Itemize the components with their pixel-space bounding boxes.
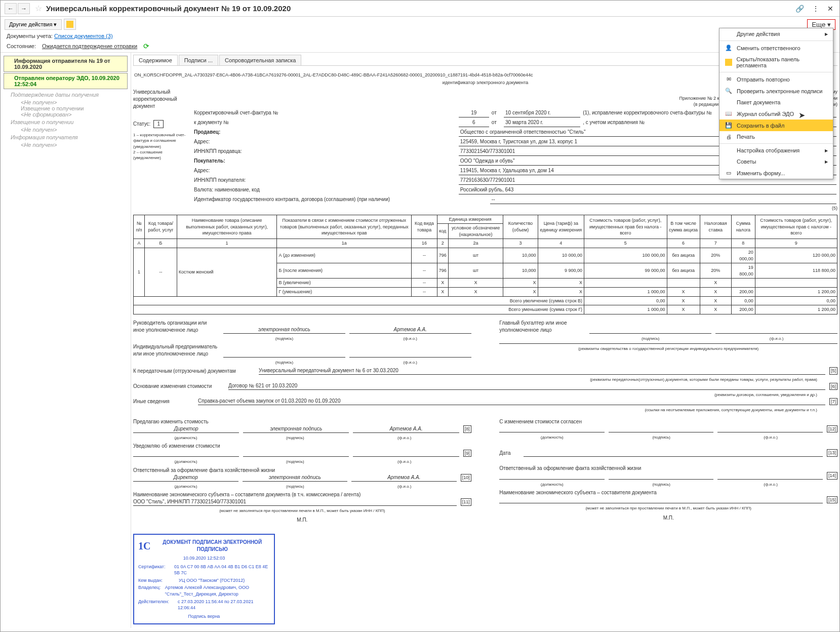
- tab-content[interactable]: Содержимое: [133, 55, 178, 65]
- sidebar-not-formed: <Не сформирован>: [1, 111, 131, 117]
- tab-signatures[interactable]: Подписи ...: [179, 55, 218, 65]
- 1c-logo-icon: 1С: [138, 539, 150, 553]
- sidebar-info-recipient[interactable]: Информация получателя: [1, 133, 131, 142]
- link-icon[interactable]: 🔗: [793, 4, 806, 14]
- data-table: № п/пКод товара/ работ, услуг Наименован…: [133, 215, 837, 314]
- menu-display-settings[interactable]: Настройка отображения▶: [719, 145, 833, 156]
- doc-list-link[interactable]: Список документов (3): [54, 33, 113, 39]
- regulation-icon: [66, 21, 73, 28]
- verify-icon: 🔍: [725, 88, 733, 94]
- doc-type: Универсальный корректировочный документ: [133, 89, 186, 110]
- save-icon: 💾: [725, 122, 733, 129]
- status-value: 1: [153, 120, 164, 128]
- page-title: Универсальный корректировочный документ …: [46, 4, 793, 13]
- more-options-icon[interactable]: ⋮: [810, 4, 821, 14]
- menu-verify-signatures[interactable]: 🔍Проверить электронные подписи: [719, 85, 833, 97]
- forward-button[interactable]: →: [18, 3, 30, 14]
- menu-toggle-panel[interactable]: Скрыть/показать панель регламента: [719, 54, 833, 71]
- back-button[interactable]: ←: [5, 3, 17, 14]
- close-icon[interactable]: ✕: [825, 4, 835, 14]
- menu-tips[interactable]: Советы▶: [719, 156, 833, 167]
- sidebar-not-received-1: <Не получен>: [1, 99, 131, 105]
- accounting-docs-row: Документы учета: Список документов (3): [1, 32, 839, 40]
- sidebar-sender-info[interactable]: Информация отправителя № 19 от 10.09.202…: [4, 56, 128, 72]
- toolbar: Другие действия ▾ Еще ▾: [1, 17, 839, 32]
- sidebar-confirm-date[interactable]: Подтверждение даты получения: [1, 90, 131, 99]
- state-text: Ожидается подтверждение отправки: [42, 43, 137, 49]
- menu-print[interactable]: 🖨Печать: [719, 131, 833, 142]
- sidebar-sent-operator[interactable]: Отправлен оператору ЭДО, 10.09.2020 12:5…: [4, 73, 128, 89]
- more-dropdown: Другие действия▶ 👤Сменить ответственного…: [719, 28, 833, 179]
- regulation-icon-button[interactable]: [64, 19, 76, 30]
- form-icon: ▭: [725, 170, 733, 176]
- signature-stamp: 1С ДОКУМЕНТ ПОДПИСАН ЭЛЕКТРОННОЙ ПОДПИСЬ…: [133, 534, 275, 624]
- sidebar-not-received-3: <Не получен>: [1, 142, 131, 148]
- favorite-icon[interactable]: ☆: [35, 4, 42, 13]
- menu-resend[interactable]: ✉Отправить повторно: [719, 73, 833, 85]
- sidebar-notice-receipt-1[interactable]: Извещение о получении: [1, 105, 131, 111]
- print-icon: 🖨: [725, 134, 733, 140]
- sidebar-not-received-2: <Не получен>: [1, 127, 131, 133]
- state-row: Состояние: Ожидается подтверждение отпра…: [1, 40, 839, 53]
- menu-change-responsible[interactable]: 👤Сменить ответственного: [719, 42, 833, 54]
- panel-icon: [725, 59, 732, 66]
- journal-icon: 📖: [725, 110, 733, 117]
- person-icon: 👤: [725, 45, 733, 51]
- menu-package[interactable]: Пакет документа: [719, 97, 833, 108]
- refresh-icon[interactable]: ⟳: [143, 42, 149, 50]
- menu-event-log[interactable]: 📖Журнал событий ЭДО: [719, 108, 833, 120]
- tab-cover-note[interactable]: Сопроводительная записка: [219, 55, 301, 65]
- app-window: ← → ☆ Универсальный корректировочный док…: [0, 0, 840, 632]
- menu-change-form[interactable]: ▭Изменить форму...: [719, 167, 833, 179]
- menu-other-actions[interactable]: Другие действия▶: [719, 28, 833, 40]
- menu-save-to-file[interactable]: 💾Сохранить в файл: [719, 120, 833, 131]
- content-area: Информация отправителя № 19 от 10.09.202…: [1, 53, 839, 628]
- send-icon: ✉: [725, 76, 733, 83]
- sidebar: Информация отправителя № 19 от 10.09.202…: [1, 53, 131, 628]
- titlebar: ← → ☆ Универсальный корректировочный док…: [1, 1, 839, 17]
- sidebar-notice-receipt-2[interactable]: Извещение о получении: [1, 117, 131, 127]
- other-actions-button[interactable]: Другие действия ▾: [5, 19, 62, 30]
